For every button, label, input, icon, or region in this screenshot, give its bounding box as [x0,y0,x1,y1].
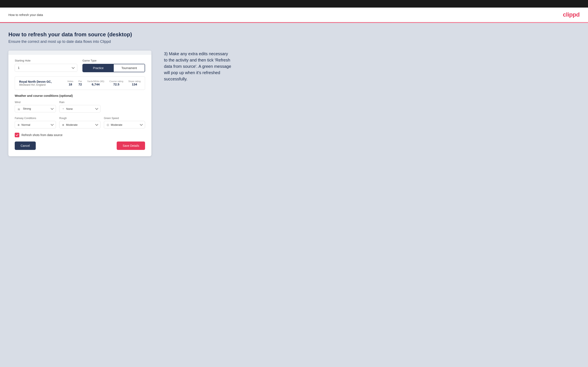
game-type-label: Game Type [82,59,145,62]
header-title: How to refresh your data [9,13,43,17]
wind-chevron [51,107,54,110]
green-chevron [140,123,143,126]
starting-hole-value: 1 [18,66,19,69]
rough-group: Rough Moderate [59,117,101,128]
fairway-value: Normal [21,123,30,126]
refresh-checkbox-row: Refresh shots from data source [15,133,145,137]
rough-select-inner: Moderate [62,123,78,126]
slope-rating-value: 134 [132,83,137,86]
rain-chevron [95,107,98,110]
rough-icon [62,123,64,126]
rough-value: Moderate [66,123,78,126]
wind-icon [17,107,21,110]
fairway-label: Fairway Conditions [15,117,56,120]
slope-rating-stat: Slope rating 134 [128,80,141,86]
wind-group: Wind Strong [15,101,56,113]
wind-select[interactable]: Strong [15,105,56,112]
starting-hole-select[interactable]: 1 [15,64,77,72]
footer: Copyright Clippd 2022 [0,365,588,367]
green-select[interactable]: Moderate [104,121,145,128]
rain-label: Rain [59,101,101,104]
page-subtitle: Ensure the correct and most up to date d… [9,40,579,44]
top-bar [0,0,588,8]
content-area: Starting Hole 1 Game Type Practice Tourn… [9,50,579,156]
holes-label: Holes [68,80,73,83]
refresh-checkbox-label: Refresh shots from data source [21,133,62,137]
cancel-button[interactable]: Cancel [15,142,36,150]
form-top-row: Starting Hole 1 Game Type Practice Tourn… [15,59,145,72]
starting-hole-chevron [72,66,75,69]
logo: clippd [563,11,579,18]
fairway-chevron [51,123,54,126]
green-group: Green Speed Moderate [104,117,145,128]
main-content: How to refresh your data from source (de… [0,23,588,365]
conditions-grid-row2: Fairway Conditions Normal Rough [15,117,145,128]
starting-hole-group: Starting Hole 1 [15,59,77,72]
refresh-checkbox[interactable] [15,133,19,137]
starting-hole-label: Starting Hole [15,59,77,62]
yards-label: Yards/White (M)) [87,80,104,83]
rough-label: Rough [59,117,101,120]
rough-select[interactable]: Moderate [59,121,101,128]
par-label: Par [78,80,82,83]
game-type-toggle: Practice Tournament [82,64,145,72]
save-button[interactable]: Save Details [117,142,145,150]
holes-value: 18 [69,83,72,86]
checkmark-icon [16,133,18,136]
course-location: Westward Ho!, England [19,83,62,86]
holes-stat: Holes 18 [68,80,73,86]
slope-rating-label: Slope rating [128,80,141,83]
course-stats: Holes 18 Par 72 Yards/White (M)) 6,744 C… [68,80,141,86]
fairway-select[interactable]: Normal [15,121,56,128]
course-name: Royal North Devon GC, [19,80,62,83]
rain-icon [62,107,65,110]
conditions-title: Weather and course conditions (optional) [15,94,145,97]
yards-value: 6,744 [92,83,100,86]
course-info: Royal North Devon GC, Westward Ho!, Engl… [19,80,62,86]
yards-stat: Yards/White (M)) 6,744 [87,80,104,86]
form-card: Starting Hole 1 Game Type Practice Tourn… [9,50,151,156]
green-label: Green Speed [104,117,145,120]
green-icon [107,123,109,126]
green-value: Moderate [111,123,122,126]
form-actions: Cancel Save Details [15,142,145,150]
page-title: How to refresh your data from source (de… [9,31,579,38]
wind-select-inner: Strong [17,107,31,110]
par-value: 72 [78,83,82,86]
tournament-button[interactable]: Tournament [114,64,145,72]
header: How to refresh your data clippd [0,8,588,22]
rain-select-inner: None [62,107,73,110]
conditions-grid-row1: Wind Strong Rain None [15,101,145,113]
course-rating-label: Course rating [109,80,123,83]
instruction-text: 3) Make any extra edits necessary to the… [164,50,231,82]
fairway-group: Fairway Conditions Normal [15,117,56,128]
rain-select[interactable]: None [59,105,101,113]
form-card-top [9,50,151,55]
wind-label: Wind [15,101,56,104]
practice-button[interactable]: Practice [83,64,114,72]
course-rating-stat: Course rating 72.5 [109,80,123,86]
wind-value: Strong [23,107,31,110]
instruction-paragraph: 3) Make any extra edits necessary to the… [164,50,231,82]
rain-group: Rain None [59,101,101,113]
game-type-group: Game Type Practice Tournament [82,59,145,72]
course-rating-value: 72.5 [113,83,119,86]
rough-chevron [95,123,98,126]
fairway-icon [17,123,20,126]
par-stat: Par 72 [78,80,82,86]
rain-value: None [66,107,73,110]
fairway-select-inner: Normal [17,123,30,126]
green-select-inner: Moderate [107,123,122,126]
course-card: Royal North Devon GC, Westward Ho!, Engl… [15,76,145,90]
